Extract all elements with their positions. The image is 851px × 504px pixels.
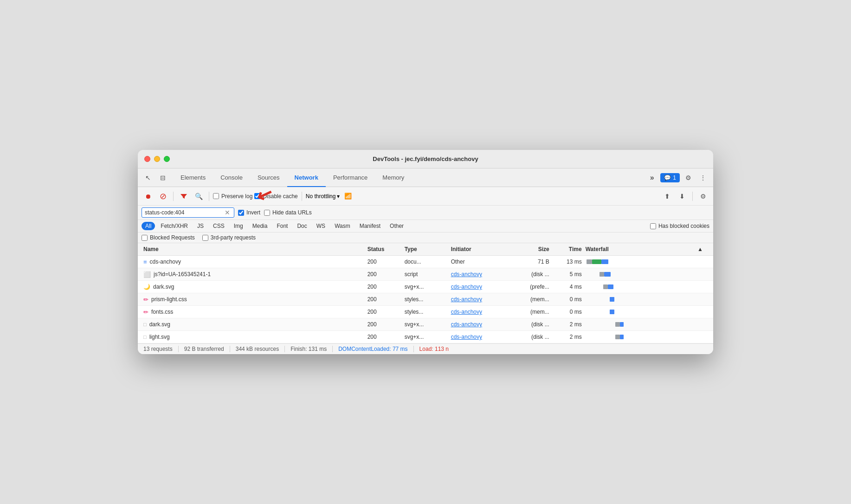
status-dom-content-loaded: DOMContentLoaded: 77 ms	[333, 346, 413, 352]
maximize-button[interactable]	[164, 156, 170, 162]
devtools-settings-button[interactable]: ⚙	[682, 172, 695, 184]
throttle-select[interactable]: No throttling ▾	[306, 193, 340, 200]
invert-label[interactable]: Invert	[238, 209, 260, 216]
table-row[interactable]: ≡ cds-anchovy 200 docu... Other 71 B 13 …	[138, 256, 713, 268]
type-btn-media[interactable]: Media	[249, 222, 271, 230]
type-btn-css[interactable]: CSS	[209, 222, 228, 230]
toolbar-divider-1	[173, 192, 174, 201]
close-button[interactable]	[144, 156, 150, 162]
cell-name-text: fonts.css	[151, 309, 173, 315]
cell-name: ✏ prism-light.css	[142, 294, 366, 305]
hide-data-urls-checkbox[interactable]	[264, 210, 270, 216]
clear-button[interactable]: ⊘	[156, 190, 169, 202]
network-settings-button[interactable]: ⚙	[696, 190, 709, 202]
type-btn-wasm[interactable]: Wasm	[331, 222, 354, 230]
col-header-name[interactable]: Name	[142, 243, 366, 255]
col-header-time[interactable]: Time	[551, 243, 584, 255]
col-header-initiator[interactable]: Initiator	[449, 243, 514, 255]
minimize-button[interactable]	[154, 156, 160, 162]
export-har-button[interactable]: ⬇	[676, 190, 689, 202]
import-har-button[interactable]: ⬆	[661, 190, 674, 202]
has-blocked-cookies-label[interactable]: Has blocked cookies	[650, 223, 709, 229]
cell-name: 🌙 dark.svg	[142, 281, 366, 292]
toolbar-divider-2	[209, 192, 209, 201]
status-finish: Finish: 131 ms	[285, 346, 333, 352]
table-row[interactable]: ✏ prism-light.css 200 styles... cds-anch…	[138, 293, 713, 306]
devtools-more-button[interactable]: ⋮	[696, 172, 709, 184]
type-btn-other[interactable]: Other	[386, 222, 407, 230]
type-btn-font[interactable]: Font	[273, 222, 291, 230]
cell-time: 2 ms	[551, 319, 584, 330]
cell-initiator[interactable]: cds-anchovy	[449, 319, 514, 330]
type-btn-all[interactable]: All	[142, 222, 155, 230]
toolbar-divider-3	[302, 192, 302, 201]
cell-initiator[interactable]: cds-anchovy	[449, 331, 514, 342]
hide-data-urls-text: Hide data URLs	[272, 209, 312, 216]
cell-initiator[interactable]: cds-anchovy	[449, 306, 514, 317]
col-header-size[interactable]: Size	[514, 243, 551, 255]
type-btn-doc[interactable]: Doc	[293, 222, 310, 230]
table-row[interactable]: □ dark.svg 200 svg+x... cds-anchovy (dis…	[138, 318, 713, 331]
tab-performance[interactable]: Performance	[326, 168, 375, 187]
col-header-waterfall[interactable]: Waterfall	[584, 243, 696, 255]
tab-console[interactable]: Console	[213, 168, 250, 187]
cursor-icon[interactable]: ↖	[142, 172, 155, 184]
cell-initiator[interactable]: cds-anchovy	[449, 294, 514, 305]
cell-initiator[interactable]: cds-anchovy	[449, 269, 514, 280]
chat-button[interactable]: 💬 1	[660, 173, 680, 182]
cell-type: svg+x...	[403, 319, 449, 330]
table-scroll-area[interactable]: ≡ cds-anchovy 200 docu... Other 71 B 13 …	[138, 256, 713, 343]
type-btn-manifest[interactable]: Manifest	[356, 222, 384, 230]
main-tabs: Elements Console Sources Network Perform…	[173, 168, 645, 187]
col-header-sort[interactable]: ▲	[696, 243, 709, 255]
network-conditions-button[interactable]: 📶	[342, 190, 355, 202]
network-toolbar: ⏺ ⊘ 🔍 Preserve log Disable cache No thro…	[138, 187, 713, 206]
third-party-requests-checkbox[interactable]	[202, 235, 208, 241]
cell-initiator[interactable]: cds-anchovy	[449, 281, 514, 292]
tab-elements[interactable]: Elements	[173, 168, 213, 187]
device-icon[interactable]: ⊟	[156, 172, 169, 184]
table-row[interactable]: □ light.svg 200 svg+x... cds-anchovy (di…	[138, 331, 713, 343]
disable-cache-checkbox[interactable]	[254, 193, 260, 199]
type-btn-js[interactable]: JS	[193, 222, 207, 230]
invert-text: Invert	[246, 209, 260, 216]
preserve-log-checkbox[interactable]	[213, 193, 219, 199]
status-resources: 344 kB resources	[230, 346, 285, 352]
cell-waterfall	[584, 318, 696, 330]
cell-status: 200	[366, 306, 403, 317]
table-row[interactable]: 🌙 dark.svg 200 svg+x... cds-anchovy (pre…	[138, 281, 713, 293]
search-input[interactable]	[145, 209, 224, 216]
table-row[interactable]: ⬜ js?id=UA-165345241-1 200 script cds-an…	[138, 268, 713, 281]
more-tabs-button[interactable]: »	[645, 172, 658, 184]
cell-status: 200	[366, 331, 403, 342]
tab-memory[interactable]: Memory	[375, 168, 412, 187]
invert-checkbox[interactable]	[238, 210, 244, 216]
type-btn-fetch[interactable]: Fetch/XHR	[157, 222, 192, 230]
disable-cache-label[interactable]: Disable cache	[254, 193, 297, 200]
filter-button[interactable]	[177, 190, 190, 202]
cell-waterfall	[584, 281, 696, 293]
tab-sources[interactable]: Sources	[250, 168, 287, 187]
clear-search-button[interactable]: ✕	[224, 209, 231, 216]
cell-type: docu...	[403, 256, 449, 267]
chat-icon: 💬	[664, 174, 671, 181]
type-btn-img[interactable]: Img	[230, 222, 247, 230]
cell-waterfall	[584, 256, 696, 268]
preserve-log-label[interactable]: Preserve log	[213, 193, 252, 200]
record-button[interactable]: ⏺	[142, 190, 155, 202]
toolbar-divider-4	[692, 192, 693, 201]
search-button[interactable]: 🔍	[192, 190, 205, 202]
tabs-bar: ↖ ⊟ Elements Console Sources Network Per…	[138, 168, 713, 187]
col-header-status[interactable]: Status	[366, 243, 403, 255]
blocked-requests-label[interactable]: Blocked Requests	[142, 234, 195, 241]
throttle-label: No throttling	[306, 193, 336, 200]
hide-data-urls-label[interactable]: Hide data URLs	[264, 209, 312, 216]
has-blocked-cookies-checkbox[interactable]	[650, 223, 656, 229]
tab-network[interactable]: Network	[287, 168, 326, 187]
type-btn-ws[interactable]: WS	[313, 222, 329, 230]
third-party-requests-label[interactable]: 3rd-party requests	[202, 234, 256, 241]
col-header-type[interactable]: Type	[403, 243, 449, 255]
cell-extra	[696, 297, 709, 302]
blocked-requests-checkbox[interactable]	[142, 235, 148, 241]
table-row[interactable]: ✏ fonts.css 200 styles... cds-anchovy (m…	[138, 306, 713, 318]
